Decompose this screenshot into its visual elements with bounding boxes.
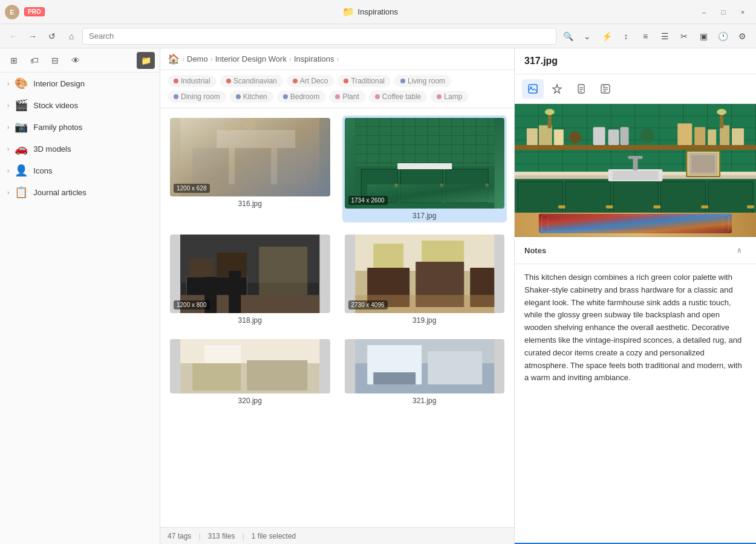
breadcrumb-home[interactable]: 🏠 [168, 53, 180, 65]
breadcrumb-more: › [336, 55, 339, 63]
tab-info[interactable] [595, 79, 616, 99]
list-view-button[interactable]: ≡ [636, 28, 654, 45]
tag-dot [400, 79, 405, 83]
breadcrumb-interior-design-work[interactable]: Interior Design Work [215, 54, 287, 63]
home-button[interactable]: ⌂ [63, 28, 80, 45]
svg-rect-105 [691, 155, 715, 172]
svg-rect-88 [653, 206, 660, 209]
tag-label: Art Deco [300, 77, 328, 85]
svg-rect-47 [373, 372, 415, 384]
svg-rect-2 [192, 148, 229, 184]
breadcrumb-demo[interactable]: Demo [187, 54, 208, 63]
back-button[interactable]: ← [5, 28, 22, 45]
svg-rect-65 [527, 128, 538, 145]
sidebar-item-journal-articles[interactable]: › 📋 Journal articles [2, 182, 157, 202]
forward-button[interactable]: → [24, 28, 41, 45]
grid-label-316: 316.jpg [238, 199, 262, 208]
svg-point-6 [224, 122, 233, 132]
svg-rect-86 [558, 206, 565, 209]
journal-articles-icon: 📋 [14, 186, 28, 199]
svg-rect-74 [694, 127, 705, 145]
tag-count: 47 tags [168, 532, 191, 540]
svg-rect-40 [192, 363, 241, 390]
history-button[interactable]: 🕐 [714, 28, 732, 45]
tag-art-deco[interactable]: Art Deco [287, 75, 334, 87]
main-layout: ⊞ 🏷 ⊟ 👁 📁 › 🎨 Interior Design › 🎬 Stock … [0, 48, 756, 544]
settings-button[interactable]: ⚙ [733, 28, 751, 45]
chevron-icon: › [7, 189, 9, 196]
eye-button[interactable]: 👁 [67, 52, 85, 69]
lightning-button[interactable]: ⚡ [598, 28, 616, 45]
panel-image [515, 104, 756, 237]
notes-collapse-button[interactable]: ∧ [732, 243, 746, 257]
tags-container: Industrial Scandinavian Art Deco Traditi… [160, 70, 514, 108]
sidebar-item-interior-design[interactable]: › 🎨 Interior Design [2, 73, 157, 94]
tag-industrial[interactable]: Industrial [168, 75, 217, 87]
svg-rect-77 [732, 128, 744, 145]
folder-button[interactable]: 📁 [137, 52, 155, 69]
icons-icon: 👤 [14, 164, 28, 177]
refresh-button[interactable]: ↺ [44, 28, 60, 45]
grid-item-319[interactable]: 2730 x 4096 319.jpg [342, 232, 507, 327]
svg-rect-73 [677, 123, 692, 145]
menu-button[interactable]: ☰ [656, 28, 674, 45]
tag-lamp[interactable]: Lamp [431, 91, 468, 103]
breadcrumb-sep: › [210, 55, 213, 63]
svg-rect-70 [608, 129, 619, 145]
right-panel: 317.jpg [514, 48, 756, 544]
close-button[interactable]: × [734, 5, 751, 19]
svg-rect-99 [548, 113, 552, 128]
sort-button[interactable]: ↕ [617, 28, 635, 45]
notes-label: Notes [524, 246, 546, 255]
interior-design-icon: 🎨 [14, 77, 28, 90]
chevron-icon: › [7, 80, 9, 87]
tag-traditional[interactable]: Traditional [337, 75, 391, 87]
tag-living-room[interactable]: Living room [394, 75, 451, 87]
svg-point-68 [569, 131, 581, 143]
tag-label: Bedroom [290, 92, 320, 101]
grid-item-318[interactable]: 1200 x 800 318.jpg [168, 232, 333, 327]
dropdown-button[interactable]: ⌄ [578, 28, 596, 45]
dimensions-badge-318: 1200 x 800 [174, 300, 210, 309]
notes-header: Notes ∧ [515, 237, 756, 264]
maximize-button[interactable]: □ [715, 5, 732, 19]
sidebar-item-icons[interactable]: › 👤 Icons [2, 160, 157, 181]
sidebar-item-family-photos[interactable]: › 📷 Family photos [2, 117, 157, 137]
tag-button[interactable]: 🏷 [25, 52, 44, 69]
thumbnail-317: 1734 x 2600 [345, 118, 505, 209]
tab-star[interactable] [546, 79, 568, 99]
sidebar-item-stock-videos[interactable]: › 🎬 Stock videos [2, 95, 157, 115]
expand-button[interactable]: ⊞ [5, 52, 23, 69]
svg-rect-54 [601, 85, 610, 93]
svg-rect-34 [373, 244, 403, 268]
grid-item-320[interactable]: 320.jpg [168, 337, 333, 407]
grid-item-317[interactable]: 1734 x 2600 317.jpg [342, 115, 507, 222]
search-icon-button[interactable]: 🔍 [559, 28, 577, 45]
tag-scandinavian[interactable]: Scandinavian [220, 75, 283, 87]
tag-label: Living room [408, 77, 445, 85]
folder-icon: 📁 [342, 6, 354, 18]
tag-kitchen[interactable]: Kitchen [230, 91, 273, 103]
panel-button[interactable]: ▣ [694, 28, 712, 45]
tab-doc[interactable] [570, 79, 592, 99]
split-button[interactable]: ⊟ [46, 52, 64, 69]
tag-dining-room[interactable]: Dining room [168, 91, 226, 103]
breadcrumb-inspirations[interactable]: Inspirations [294, 54, 334, 63]
notes-textarea[interactable] [515, 264, 756, 544]
search-input[interactable] [82, 28, 556, 45]
tag-bedroom[interactable]: Bedroom [277, 91, 326, 103]
chevron-icon: › [7, 102, 9, 109]
sidebar-item-3d-models[interactable]: › 🚗 3D models [2, 138, 157, 159]
grid-item-321[interactable]: 321.jpg [342, 337, 507, 407]
pro-badge: PRO [24, 7, 45, 16]
minimize-button[interactable]: – [696, 5, 712, 19]
grid-label-321: 321.jpg [412, 397, 436, 405]
tab-image[interactable] [522, 79, 544, 99]
tag-label: Kitchen [243, 92, 267, 101]
tag-label: Industrial [181, 77, 210, 85]
tag-plant[interactable]: Plant [329, 91, 365, 103]
tag-coffee-table[interactable]: Coffee table [369, 91, 428, 103]
grid-item-316[interactable]: 1200 x 628 316.jpg [168, 115, 333, 222]
panel-tabs [515, 74, 756, 104]
branch-button[interactable]: ✂ [675, 28, 693, 45]
